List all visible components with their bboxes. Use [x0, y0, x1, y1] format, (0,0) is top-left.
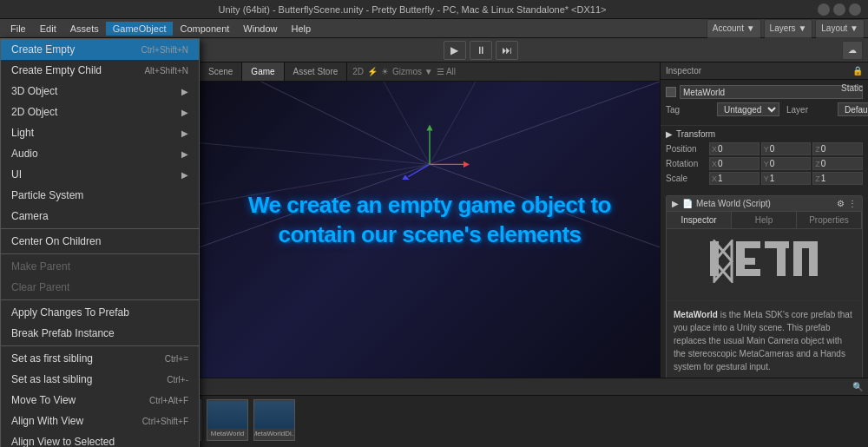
scale-y: Y1: [761, 172, 812, 185]
svg-rect-20: [736, 269, 760, 276]
scale-label: Scale: [666, 174, 709, 183]
script-more[interactable]: ⋮: [848, 199, 857, 208]
dd-make-parent: Make Parent: [1, 256, 199, 277]
rotation-label: Rotation: [666, 159, 709, 168]
tag-layer-row: Tag Untagged Layer Default: [666, 102, 863, 116]
dd-sep-4: [1, 345, 199, 346]
pos-z: Z0: [812, 142, 863, 155]
dd-3d-object[interactable]: 3D Object ▶: [1, 81, 199, 102]
search-icon[interactable]: 🔍: [852, 382, 863, 391]
step-btn[interactable]: ⏭: [496, 41, 518, 60]
active-checkbox[interactable]: [666, 87, 676, 97]
menu-file[interactable]: File: [3, 22, 33, 36]
dd-align-with-view[interactable]: Align With View Ctrl+Shift+F: [1, 411, 199, 431]
svg-rect-19: [736, 258, 755, 265]
maximize-btn[interactable]: [833, 3, 845, 16]
window-controls: [818, 3, 861, 16]
dd-align-view-to-selected[interactable]: Align View to Selected: [1, 431, 199, 447]
cloud-btn[interactable]: ☁: [842, 41, 863, 60]
rot-x: X0: [709, 157, 760, 170]
viewport-overlay-text: We create an empty game object to contai…: [223, 191, 637, 250]
dd-apply-changes-prefab[interactable]: Apply Changes To Prefab: [1, 302, 199, 323]
dd-2d-object[interactable]: 2D Object ▶: [1, 102, 199, 122]
dd-sep-3: [1, 299, 199, 300]
tab-help[interactable]: Help: [732, 212, 797, 228]
script-icon: 📄: [682, 199, 693, 208]
position-values: X0 Y0 Z0: [709, 142, 863, 155]
dd-particle-system[interactable]: Particle System: [1, 185, 199, 206]
layout-btn[interactable]: Layout ▼: [815, 19, 865, 38]
title-bar: Unity (64bit) - ButterflyScene.unity - P…: [0, 0, 868, 19]
svg-marker-11: [426, 124, 432, 130]
play-btn[interactable]: ▶: [444, 41, 466, 60]
tab-properties[interactable]: Properties: [797, 212, 862, 228]
dd-ui[interactable]: UI ▶: [1, 164, 199, 185]
transform-arrow: ▶: [666, 129, 673, 139]
svg-rect-25: [809, 241, 818, 276]
dd-create-empty[interactable]: Create Empty Ctrl+Shift+N: [1, 39, 199, 60]
scale-values: X1 Y1 Z1: [709, 172, 863, 185]
rotation-row: Rotation X0 Y0 Z0: [666, 157, 863, 170]
title-text: Unity (64bit) - ButterflyScene.unity - P…: [7, 4, 818, 15]
minimize-btn[interactable]: [818, 3, 830, 16]
meta-strong: MetaWorld: [674, 310, 718, 319]
svg-rect-24: [793, 241, 802, 276]
file-thumb-2[interactable]: MetaWorld: [207, 399, 248, 441]
svg-line-5: [430, 82, 476, 164]
menu-help[interactable]: Help: [284, 22, 318, 36]
thumb-preview-3: [254, 401, 294, 429]
rot-y: Y0: [761, 157, 812, 170]
tab-asset-store[interactable]: Asset Store: [285, 62, 348, 81]
scale-row: Scale X1 Y1 Z1: [666, 172, 863, 185]
layers-btn[interactable]: Layers ▼: [764, 19, 813, 38]
script-expand-icon: ▶: [672, 199, 679, 208]
file-thumb-3[interactable]: MetaWorldDi...: [253, 399, 295, 441]
svg-marker-9: [464, 161, 470, 168]
position-label: Position: [666, 144, 709, 154]
tag-select[interactable]: Untagged: [717, 102, 779, 116]
gameobject-dropdown: Create Empty Ctrl+Shift+N Create Empty C…: [0, 38, 200, 447]
thumb-preview-2: [207, 401, 247, 429]
dd-light[interactable]: Light ▶: [1, 122, 199, 143]
menu-component[interactable]: Component: [173, 22, 236, 36]
dd-clear-parent: Clear Parent: [1, 277, 199, 298]
meta-logo: [667, 229, 862, 301]
svg-rect-22: [777, 241, 786, 276]
viewport-tabs: Scene Game Asset Store 2D ⚡ ☀ Gizmos ▼ ☰…: [200, 62, 660, 82]
svg-rect-18: [736, 241, 760, 248]
inspector-tabs: Inspector Help Properties: [667, 212, 862, 229]
thumb-label-3: MetaWorldDi...: [253, 429, 295, 438]
menu-edit[interactable]: Edit: [33, 22, 63, 36]
svg-line-6: [200, 143, 430, 165]
inspector-lock[interactable]: 🔒: [852, 66, 863, 76]
transform-section: ▶ Transform Position X0 Y0 Z0 Rotation X…: [661, 126, 868, 190]
inspector-header: Inspector 🔒: [661, 62, 868, 80]
svg-line-1: [261, 82, 430, 164]
dd-center-on-children[interactable]: Center On Children: [1, 231, 199, 252]
svg-line-4: [384, 82, 430, 164]
menu-bar: File Edit Assets GameObject Component Wi…: [0, 19, 868, 38]
dd-set-last-sibling[interactable]: Set as last sibling Ctrl+-: [1, 369, 199, 390]
dd-set-first-sibling[interactable]: Set as first sibling Ctrl+=: [1, 348, 199, 369]
transform-label: Transform: [676, 129, 715, 139]
menu-gameobject[interactable]: GameObject: [106, 22, 174, 36]
dd-create-empty-child[interactable]: Create Empty Child Alt+Shift+N: [1, 60, 199, 81]
dd-break-prefab[interactable]: Break Prefab Instance: [1, 323, 199, 344]
menu-assets[interactable]: Assets: [63, 22, 106, 36]
tab-inspector[interactable]: Inspector: [667, 212, 732, 228]
account-btn[interactable]: Account ▼: [707, 19, 761, 38]
rotation-values: X0 Y0 Z0: [709, 157, 863, 170]
tab-game[interactable]: Game: [242, 62, 284, 81]
dd-move-to-view[interactable]: Move To View Ctrl+Alt+F: [1, 390, 199, 411]
pause-btn[interactable]: ⏸: [470, 41, 492, 60]
dd-camera[interactable]: Camera: [1, 206, 199, 227]
close-btn[interactable]: [849, 3, 861, 16]
script-title: Meta World (Script): [696, 199, 771, 208]
tab-scene[interactable]: Scene: [200, 62, 242, 81]
pos-y: Y0: [761, 142, 812, 155]
script-settings[interactable]: ⚙: [837, 199, 845, 208]
dd-audio[interactable]: Audio ▶: [1, 143, 199, 164]
gameobject-name-input[interactable]: [680, 85, 863, 99]
menu-window[interactable]: Window: [236, 22, 284, 36]
layer-select[interactable]: Default: [838, 102, 868, 116]
